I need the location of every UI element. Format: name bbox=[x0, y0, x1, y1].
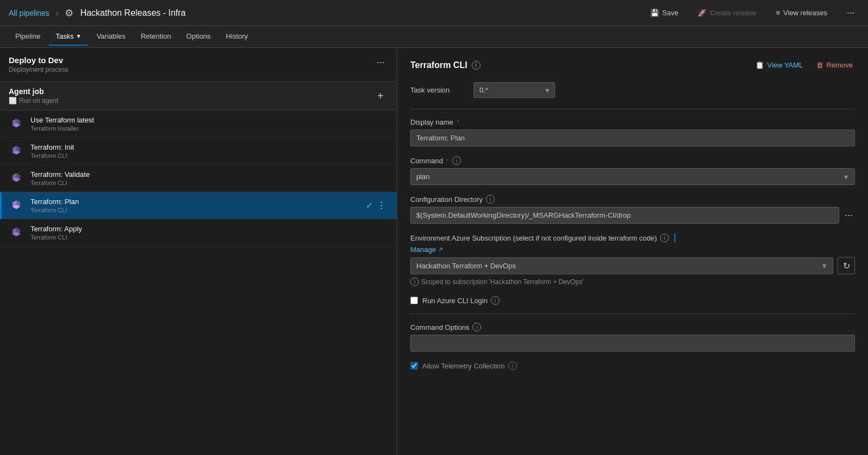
section-actions: 📋 View YAML 🗑 Remove bbox=[753, 59, 855, 71]
view-yaml-label: View YAML bbox=[767, 61, 803, 69]
run-azure-cli-checkbox[interactable] bbox=[410, 297, 418, 304]
yaml-icon: 📋 bbox=[755, 61, 764, 69]
task-type-plan: Terraform CLI bbox=[30, 207, 359, 213]
allow-telemetry-label[interactable]: Allow Telemetry Collection i bbox=[422, 361, 517, 370]
task-type-validate: Terraform CLI bbox=[30, 180, 388, 186]
run-azure-cli-info-icon[interactable]: i bbox=[491, 296, 500, 305]
scoped-info-icon: i bbox=[410, 278, 419, 286]
command-options-label-text: Command Options bbox=[410, 323, 469, 331]
required-star: * bbox=[457, 118, 459, 126]
tab-pipeline[interactable]: Pipeline bbox=[9, 28, 47, 46]
list-icon: ≡ bbox=[776, 9, 780, 17]
top-bar: All pipelines › ⚙ Hackathon Releases - I… bbox=[0, 0, 868, 26]
tab-tasks-label: Tasks bbox=[56, 32, 73, 40]
task-name-plan: Terraform: Plan bbox=[30, 198, 359, 206]
task-item-use-terraform-latest[interactable]: Use Terraform latest Terraform Installer bbox=[0, 110, 397, 138]
env-sub-label: Environment Azure Subscription (select i… bbox=[410, 233, 855, 242]
refresh-icon: ↻ bbox=[843, 261, 850, 271]
command-options-info-icon[interactable]: i bbox=[472, 323, 481, 331]
tab-retention[interactable]: Retention bbox=[134, 28, 178, 46]
env-sub-info-icon[interactable]: i bbox=[660, 233, 669, 242]
agent-job-left: Agent job ⬜ Run on agent bbox=[9, 87, 58, 104]
agent-job-bar: Agent job ⬜ Run on agent + bbox=[0, 82, 397, 110]
task-plan-menu-button[interactable]: ⋮ bbox=[375, 199, 388, 212]
subscription-select[interactable]: Hackathon Terraform + DevOps bbox=[410, 257, 833, 274]
env-sub-label-text: Environment Azure Subscription (select i… bbox=[410, 234, 657, 242]
main-layout: Deploy to Dev Deployment process ··· Age… bbox=[0, 48, 868, 455]
task-name: Use Terraform latest bbox=[30, 116, 388, 124]
refresh-button[interactable]: ↻ bbox=[838, 257, 855, 274]
display-name-label: Display name * bbox=[410, 118, 855, 126]
tab-history[interactable]: History bbox=[219, 28, 254, 46]
view-yaml-button[interactable]: 📋 View YAML bbox=[753, 59, 805, 71]
right-panel: Terraform CLI i 📋 View YAML 🗑 Remove Tas… bbox=[397, 48, 868, 455]
pipeline-title: Hackathon Releases - Infra bbox=[80, 8, 186, 18]
config-dir-label-text: Configuration Directory bbox=[410, 195, 483, 204]
deploy-more-button[interactable]: ··· bbox=[373, 56, 388, 69]
agent-job-title: Agent job bbox=[9, 87, 58, 96]
config-dir-row: ··· bbox=[410, 207, 855, 224]
save-button[interactable]: 💾 Save bbox=[646, 7, 683, 19]
tab-retention-label: Retention bbox=[141, 32, 171, 40]
manage-link[interactable]: Manage ↗ bbox=[410, 245, 855, 254]
task-type: Terraform Installer bbox=[30, 125, 388, 132]
section-header: Terraform CLI i 📋 View YAML 🗑 Remove bbox=[410, 59, 855, 71]
create-release-button[interactable]: 🚀 Create release bbox=[693, 7, 760, 19]
save-icon: 💾 bbox=[650, 9, 659, 17]
add-task-button[interactable]: + bbox=[373, 88, 388, 103]
remove-button[interactable]: 🗑 Remove bbox=[814, 59, 855, 71]
command-options-label: Command Options i bbox=[410, 323, 855, 331]
config-dir-input[interactable] bbox=[410, 207, 839, 224]
task-item-terraform-validate[interactable]: Terraform: Validate Terraform CLI bbox=[0, 165, 397, 192]
chevron-down-icon: ▼ bbox=[76, 33, 82, 39]
terraform-icon-apply bbox=[9, 225, 24, 241]
task-version-select-wrapper: 0.* 1.* ▼ bbox=[473, 82, 555, 98]
tab-tasks[interactable]: Tasks ▼ bbox=[49, 28, 88, 46]
command-info-icon[interactable]: i bbox=[452, 156, 461, 165]
env-subscription-field: Environment Azure Subscription (select i… bbox=[410, 233, 855, 286]
task-item-terraform-apply[interactable]: Terraform: Apply Terraform CLI bbox=[0, 219, 397, 247]
section-title: Terraform CLI i bbox=[410, 60, 481, 70]
config-dir-field: Configuration Directory i ··· bbox=[410, 195, 855, 224]
tab-variables[interactable]: Variables bbox=[90, 28, 132, 46]
command-label: Command * i bbox=[410, 156, 855, 165]
task-actions-plan: ✓ ⋮ bbox=[366, 199, 388, 212]
display-name-field: Display name * bbox=[410, 118, 855, 146]
task-item-terraform-init[interactable]: Terraform: Init Terraform CLI bbox=[0, 138, 397, 165]
tab-options-label: Options bbox=[186, 32, 211, 40]
allow-telemetry-row: Allow Telemetry Collection i bbox=[410, 361, 855, 370]
agent-job-info: Agent job ⬜ Run on agent bbox=[9, 87, 58, 104]
breadcrumb-all-pipelines[interactable]: All pipelines bbox=[9, 9, 50, 17]
task-item-terraform-plan[interactable]: Terraform: Plan Terraform CLI ✓ ⋮ bbox=[0, 192, 397, 219]
tab-pipeline-label: Pipeline bbox=[15, 32, 40, 40]
run-azure-cli-label-text: Run Azure CLI Login bbox=[422, 297, 488, 305]
command-required-star: * bbox=[446, 157, 449, 165]
remove-label: Remove bbox=[827, 61, 853, 69]
deploy-header: Deploy to Dev Deployment process ··· bbox=[0, 48, 397, 82]
terraform-icon-init bbox=[9, 144, 24, 159]
task-type-apply: Terraform CLI bbox=[30, 234, 388, 241]
tab-history-label: History bbox=[226, 32, 248, 40]
deploy-info: Deploy to Dev Deployment process bbox=[9, 56, 68, 73]
command-field: Command * i plan init validate apply des… bbox=[410, 156, 855, 185]
allow-telemetry-info-icon[interactable]: i bbox=[508, 361, 517, 370]
create-release-label: Create release bbox=[710, 9, 756, 17]
task-check-icon: ✓ bbox=[366, 200, 373, 211]
section-info-icon[interactable]: i bbox=[472, 61, 481, 70]
display-name-input[interactable] bbox=[410, 130, 855, 146]
more-actions-button[interactable]: ··· bbox=[842, 5, 859, 21]
config-dir-info-icon[interactable]: i bbox=[486, 195, 495, 204]
command-options-input[interactable] bbox=[410, 335, 855, 352]
view-releases-label: View releases bbox=[783, 9, 827, 17]
tab-options[interactable]: Options bbox=[180, 28, 217, 46]
config-dir-more-button[interactable]: ··· bbox=[842, 207, 855, 223]
task-list: Use Terraform latest Terraform Installer… bbox=[0, 110, 397, 455]
command-select[interactable]: plan init validate apply destroy bbox=[410, 168, 855, 185]
run-azure-cli-row: Run Azure CLI Login i bbox=[410, 296, 855, 305]
deploy-subtitle: Deployment process bbox=[9, 66, 68, 73]
task-version-select[interactable]: 0.* 1.* bbox=[473, 82, 555, 98]
view-releases-button[interactable]: ≡ View releases bbox=[772, 7, 832, 19]
run-azure-cli-label[interactable]: Run Azure CLI Login i bbox=[422, 296, 500, 305]
external-link-icon: ↗ bbox=[438, 246, 443, 253]
allow-telemetry-checkbox[interactable] bbox=[410, 362, 418, 370]
